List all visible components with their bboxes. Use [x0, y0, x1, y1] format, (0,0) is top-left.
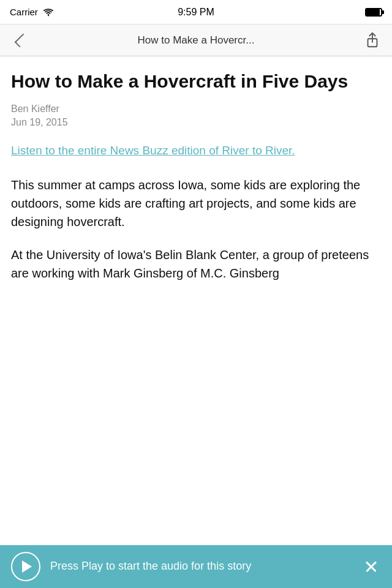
article-author: Ben Kieffer — [11, 104, 381, 115]
back-button[interactable] — [9, 29, 31, 51]
article-paragraph-2: At the University of Iowa's Belin Blank … — [11, 246, 381, 282]
article-content: How to Make a Hovercraft in Five Days Be… — [0, 56, 392, 545]
play-button[interactable] — [11, 552, 40, 581]
status-time: 9:59 PM — [178, 7, 214, 18]
status-bar: Carrier 9:59 PM — [0, 0, 392, 24]
back-chevron-icon — [15, 33, 29, 47]
status-battery — [365, 8, 382, 17]
carrier-label: Carrier — [10, 7, 38, 17]
battery-icon — [365, 8, 382, 17]
navigation-bar: How to Make a Hovercr... — [0, 24, 392, 56]
article-paragraph-1: This summer at camps across Iowa, some k… — [11, 176, 381, 231]
share-icon — [365, 32, 380, 49]
close-icon — [364, 560, 378, 573]
article-body: This summer at camps across Iowa, some k… — [11, 176, 381, 282]
audio-player-text: Press Play to start the audio for this s… — [50, 559, 352, 573]
wifi-icon — [43, 8, 54, 17]
article-date: Jun 19, 2015 — [11, 117, 381, 128]
share-button[interactable] — [361, 29, 383, 51]
play-icon — [22, 560, 32, 573]
nav-title: How to Make a Hovercr... — [31, 34, 361, 47]
audio-player-bar: Press Play to start the audio for this s… — [0, 545, 392, 588]
status-carrier-wifi: Carrier — [10, 7, 54, 17]
close-button[interactable] — [361, 557, 381, 576]
article-title: How to Make a Hovercraft in Five Days — [11, 71, 381, 92]
article-link[interactable]: Listen to the entire News Buzz edition o… — [11, 143, 381, 159]
